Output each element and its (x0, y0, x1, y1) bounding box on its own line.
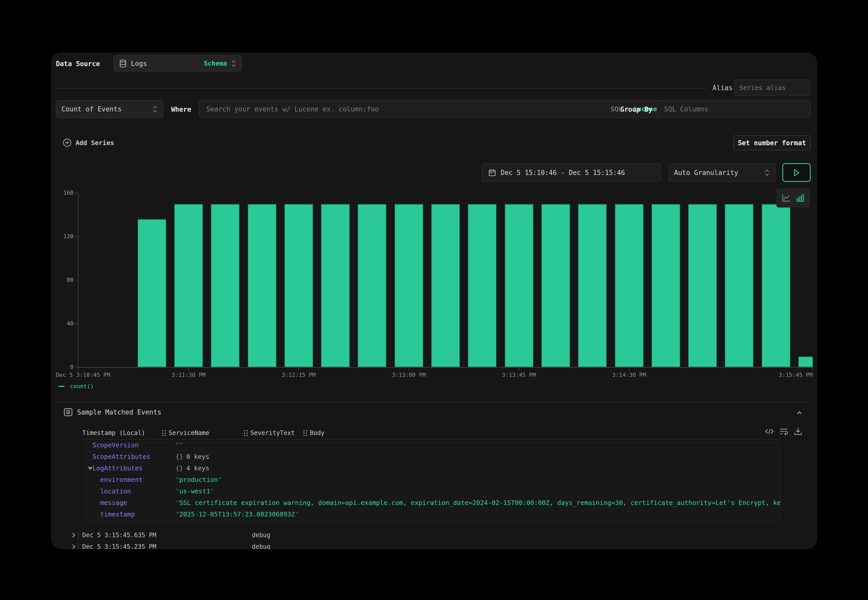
database-icon (119, 59, 127, 68)
download-icon[interactable] (794, 427, 803, 436)
drag-handle-icon[interactable] (162, 430, 166, 436)
expand-row-icon[interactable] (70, 543, 77, 549)
x-tick-label: 3:11:30 PM (172, 372, 206, 379)
quote: " (176, 499, 179, 506)
column-header-servicename[interactable]: ServiceName (162, 429, 209, 437)
chart-bar (798, 356, 813, 367)
chart-bar (578, 204, 607, 367)
y-tick-mark (75, 323, 78, 324)
json-value: "SSL certificate expiration warning, dom… (176, 497, 780, 509)
quote: " (176, 488, 179, 495)
legend-swatch (58, 386, 65, 387)
x-tick-mark (298, 368, 299, 371)
json-row[interactable]: environment"production" (85, 474, 780, 485)
json-key: location (100, 485, 131, 497)
quote: " (210, 488, 214, 495)
chart-bar (248, 204, 276, 367)
code-view-icon[interactable] (765, 427, 774, 436)
quote: " (179, 442, 183, 449)
json-row[interactable]: location"us-west1" (85, 485, 780, 497)
event-row[interactable]: Dec 5 3:15:45.235 PMdebug (51, 541, 817, 549)
y-tick-label: 160 (51, 189, 74, 196)
header-divider (82, 439, 780, 439)
braces-icon: {} (176, 453, 183, 461)
wrap-lines-icon[interactable] (779, 427, 788, 436)
y-tick-mark (75, 367, 78, 367)
group-by-input-wrap (657, 100, 810, 118)
chart-bar (431, 204, 460, 367)
quote: " (218, 476, 222, 483)
x-tick-label: 3:13:45 PM (502, 372, 536, 379)
app-background: { "colors":{"accent":"#2FD9A4","bar":"#2… (0, 0, 868, 600)
data-source-label: Data Source (56, 60, 100, 68)
aggregation-select[interactable]: Count of Events (56, 100, 163, 118)
sample-events-title: Sample Matched Events (77, 408, 161, 416)
chart-bar (395, 204, 423, 367)
json-tree: ScopeVersion""ScopeAttributes{}0 keysLog… (85, 442, 780, 520)
schema-toggle[interactable]: Schema (204, 60, 227, 67)
bar-chart-icon[interactable] (796, 194, 805, 203)
string-value: production (179, 476, 218, 483)
y-tick-mark (75, 236, 78, 237)
column-header-timestamp-local-[interactable]: Timestamp (Local) (82, 429, 145, 437)
json-value: "" (176, 442, 183, 451)
x-tick-mark (78, 368, 79, 371)
x-tick-mark (812, 368, 813, 371)
y-tick-label: 120 (51, 233, 74, 240)
granularity-value: Auto Granularity (674, 169, 738, 177)
divider (56, 402, 806, 403)
set-number-format-button[interactable]: Set number format (733, 135, 810, 150)
event-row[interactable]: Dec 5 3:15:45.635 PMdebug (51, 530, 817, 541)
collapse-caret-icon[interactable] (88, 467, 92, 470)
chart-bar (358, 204, 386, 367)
x-tick-mark (519, 368, 519, 371)
expand-row-icon[interactable] (70, 532, 77, 539)
time-range-picker[interactable]: Dec 5 15:10:46 - Dec 5 15:15:46 (482, 163, 661, 182)
json-value: {}0 keys (176, 451, 209, 462)
json-key: ScopeVersion (92, 442, 139, 451)
x-tick-label: 3:15:45 PM (779, 372, 813, 379)
json-value: "us-west1" (176, 485, 214, 497)
run-query-button[interactable] (782, 163, 810, 182)
column-header-body[interactable]: Body (303, 429, 324, 437)
aggregation-value: Count of Events (62, 105, 122, 113)
json-row[interactable]: timestamp"2025-12-05T13:57:23.082306893Z… (85, 509, 780, 520)
search-input-wrap: SQL | Lucene (199, 100, 663, 118)
data-source-select[interactable]: Logs Schema (114, 55, 242, 71)
json-key: timestamp (100, 509, 135, 520)
json-row[interactable]: LogAttributes{}4 keys (85, 462, 780, 474)
json-value: "2025-12-05T13:57:23.082306893Z" (176, 509, 299, 520)
quote: " (295, 511, 299, 518)
json-row[interactable]: ScopeVersion"" (85, 442, 780, 451)
chart-bar (651, 204, 680, 367)
x-tick-mark (629, 368, 630, 371)
chart-bar (725, 204, 753, 367)
drag-handle-icon[interactable] (244, 430, 248, 436)
chart-bar (321, 204, 350, 367)
collapse-section-icon[interactable] (795, 409, 803, 417)
column-header-label: Body (310, 429, 324, 436)
chart-bar (284, 204, 313, 367)
calendar-icon (488, 168, 496, 177)
json-row[interactable]: message"SSL certificate expiration warni… (85, 497, 780, 509)
json-key: message (100, 497, 127, 509)
json-key: environment (100, 474, 143, 485)
add-series-button[interactable]: Add Series (62, 138, 114, 147)
granularity-select[interactable]: Auto Granularity (668, 163, 775, 182)
lucene-search-input[interactable] (200, 105, 663, 113)
time-range-value: Dec 5 15:10:46 - Dec 5 15:15:46 (501, 169, 625, 177)
x-tick-label: 3:13:00 PM (392, 372, 426, 379)
plus-circle-icon (62, 138, 72, 147)
column-header-severitytext[interactable]: SeverityText (244, 429, 295, 437)
json-key: LogAttributes (92, 462, 143, 474)
group-by-label: Group By (620, 106, 652, 113)
alias-input[interactable] (734, 84, 810, 91)
json-row[interactable]: ScopeAttributes{}0 keys (85, 451, 780, 462)
drag-handle-icon[interactable] (303, 430, 307, 436)
y-tick-mark (75, 192, 78, 193)
row-separator (78, 531, 79, 539)
line-chart-icon[interactable] (782, 194, 791, 203)
event-severity: debug (252, 541, 270, 549)
group-by-input[interactable] (657, 105, 810, 113)
x-tick-label: 3:14:30 PM (612, 372, 646, 379)
